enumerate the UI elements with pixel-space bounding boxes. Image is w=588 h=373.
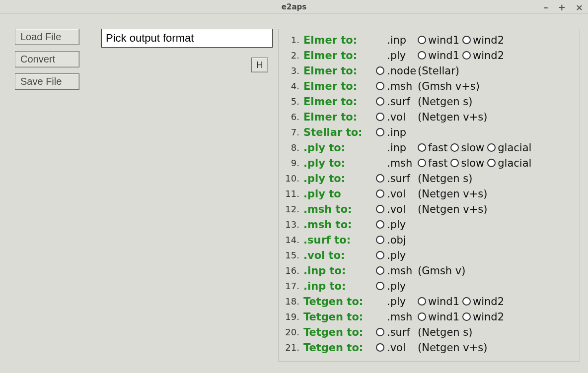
titlebar: e2aps – + ×: [0, 0, 588, 14]
option-radio[interactable]: [462, 51, 471, 60]
option-wind1[interactable]: wind1: [418, 311, 459, 323]
row-radio-cell: [373, 220, 387, 229]
source-format-label: .inp to:: [303, 280, 373, 292]
convert-button[interactable]: Convert: [15, 51, 79, 67]
row-number: 11.: [284, 188, 303, 199]
option-radio[interactable]: [462, 36, 471, 44]
option-label: wind2: [473, 34, 504, 46]
source-format-label: Stellar to:: [303, 126, 373, 138]
option-fast[interactable]: fast: [418, 157, 447, 169]
row-radio-cell: [373, 66, 387, 75]
option-radio[interactable]: [450, 159, 459, 167]
option-label: slow: [461, 142, 484, 154]
option-radio[interactable]: [487, 143, 496, 152]
row-radio-cell: [373, 251, 387, 259]
option-wind2[interactable]: wind2: [462, 34, 504, 46]
option-glacial[interactable]: glacial: [487, 142, 531, 154]
option-fast[interactable]: fast: [418, 142, 447, 154]
select-format-radio[interactable]: [376, 128, 384, 136]
save-file-button[interactable]: Save File: [15, 73, 79, 90]
option-wind1[interactable]: wind1: [418, 296, 459, 308]
option-radio[interactable]: [487, 159, 496, 167]
option-label: wind1: [428, 34, 459, 46]
option-slow[interactable]: slow: [450, 142, 484, 154]
target-extension: .inp: [387, 126, 418, 138]
source-format-label: Tetgen to:: [303, 311, 373, 323]
option-wind2[interactable]: wind2: [462, 50, 504, 62]
option-label: slow: [461, 157, 484, 169]
option-wind1[interactable]: wind1: [418, 50, 459, 62]
format-row: 9..ply to:.mshfastslowglacial: [284, 155, 575, 171]
select-format-radio[interactable]: [376, 205, 384, 213]
select-format-radio[interactable]: [376, 174, 384, 183]
close-icon[interactable]: ×: [576, 2, 583, 12]
target-extension: .inp: [387, 142, 418, 154]
option-group: fastslowglacial: [418, 157, 534, 169]
target-extension: .surf: [387, 96, 418, 108]
option-group: fastslowglacial: [418, 142, 534, 154]
select-format-radio[interactable]: [376, 251, 384, 259]
target-extension: .msh: [387, 265, 418, 277]
option-glacial[interactable]: glacial: [487, 157, 531, 169]
output-format-input[interactable]: [101, 29, 273, 48]
row-number: 8.: [284, 142, 303, 153]
row-radio-cell: [373, 343, 387, 352]
source-format-label: Elmer to:: [303, 65, 373, 77]
option-wind2[interactable]: wind2: [462, 296, 504, 308]
row-number: 16.: [284, 265, 303, 276]
row-number: 7.: [284, 127, 303, 137]
option-slow[interactable]: slow: [450, 157, 484, 169]
option-radio[interactable]: [418, 159, 426, 167]
option-group: wind1wind2: [418, 296, 507, 308]
select-format-radio[interactable]: [376, 343, 384, 352]
row-number: 4.: [284, 81, 303, 91]
select-format-radio[interactable]: [376, 236, 384, 244]
select-format-radio[interactable]: [376, 266, 384, 275]
row-number: 6.: [284, 112, 303, 122]
target-extension: .msh: [387, 157, 418, 169]
select-format-radio[interactable]: [376, 282, 384, 290]
format-row: 19.Tetgen to:.mshwind1wind2: [284, 309, 575, 324]
row-radio-cell: [373, 97, 387, 106]
row-number: 5.: [284, 96, 303, 107]
source-format-label: .surf to:: [303, 234, 373, 246]
select-format-radio[interactable]: [376, 82, 384, 90]
option-radio[interactable]: [450, 143, 459, 152]
row-number: 15.: [284, 250, 303, 260]
select-format-radio[interactable]: [376, 66, 384, 75]
option-group: wind1wind2: [418, 34, 507, 46]
minimize-icon[interactable]: –: [544, 2, 548, 12]
format-row: 17..inp to:.ply: [284, 278, 575, 294]
row-number: 20.: [284, 327, 303, 337]
row-number: 17.: [284, 281, 303, 291]
option-radio[interactable]: [462, 312, 471, 321]
source-format-label: Elmer to:: [303, 111, 373, 123]
option-radio[interactable]: [418, 51, 426, 60]
row-number: 18.: [284, 296, 303, 307]
target-extension: .msh: [387, 80, 418, 92]
source-format-label: .ply to:: [303, 142, 373, 154]
option-radio[interactable]: [418, 143, 426, 152]
option-radio[interactable]: [462, 297, 471, 306]
option-label: wind1: [428, 50, 459, 62]
row-number: 10.: [284, 173, 303, 184]
option-radio[interactable]: [418, 312, 426, 321]
maximize-icon[interactable]: +: [558, 2, 566, 12]
option-label: wind2: [473, 311, 504, 323]
option-wind2[interactable]: wind2: [462, 311, 504, 323]
option-wind1[interactable]: wind1: [418, 34, 459, 46]
help-button[interactable]: H: [251, 58, 268, 72]
select-format-radio[interactable]: [376, 97, 384, 106]
format-description: (Netgen s): [418, 173, 472, 185]
option-radio[interactable]: [418, 297, 426, 306]
format-row: 8..ply to:.inpfastslowglacial: [284, 140, 575, 155]
format-row: 7.Stellar to:.inp: [284, 124, 575, 140]
select-format-radio[interactable]: [376, 328, 384, 336]
row-radio-cell: [373, 328, 387, 336]
select-format-radio[interactable]: [376, 220, 384, 229]
row-number: 1.: [284, 35, 303, 45]
select-format-radio[interactable]: [376, 113, 384, 121]
select-format-radio[interactable]: [376, 189, 384, 198]
load-file-button[interactable]: Load File: [15, 29, 79, 45]
option-radio[interactable]: [418, 36, 426, 44]
